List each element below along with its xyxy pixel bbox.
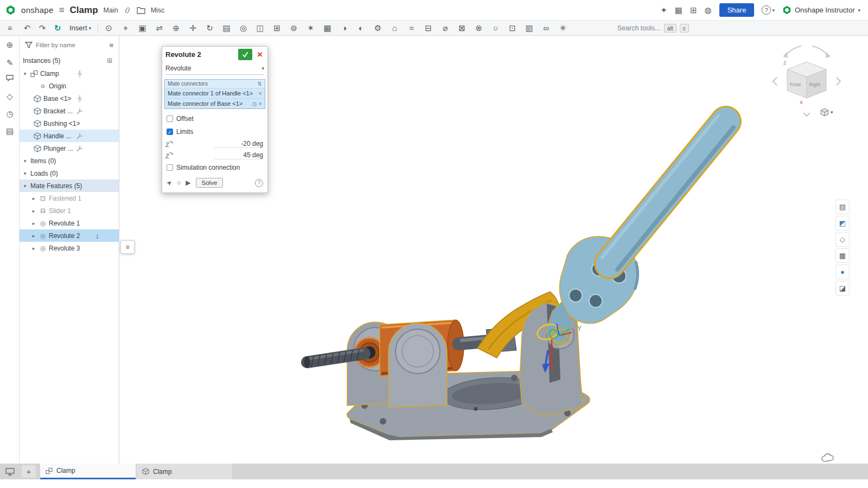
update-sync-icon[interactable]: ↻ <box>50 23 65 33</box>
feature-list-toggle-icon[interactable]: ≡ <box>0 24 20 33</box>
viewcube-front-face[interactable]: Front <box>790 82 801 87</box>
help-menu[interactable]: ? ▾ <box>762 5 775 15</box>
mate-relation-icon[interactable]: ⇌ <box>151 23 168 33</box>
tree-section-loads[interactable]: ▾ Loads (0) <box>20 167 119 179</box>
limit-max-input[interactable] <box>214 151 263 159</box>
simulation-checkbox[interactable] <box>167 164 173 171</box>
tree-item-clamp[interactable]: ▾ Clamp <box>20 67 119 80</box>
preview-loop-icon[interactable]: ○ <box>177 179 181 187</box>
view-options-button[interactable]: ▾ <box>820 108 833 117</box>
insert-button[interactable]: Insert ▾ <box>65 24 95 32</box>
chevron-right-icon[interactable]: ▸ <box>30 233 37 239</box>
parts-appearance-icon[interactable]: ◩ <box>835 216 850 230</box>
simulation-option[interactable]: Simulation connection <box>162 161 267 174</box>
reference-manager-icon[interactable]: ▦ <box>675 5 682 15</box>
insert-tool-icon[interactable]: ⊕ <box>0 40 20 50</box>
mass-properties-icon[interactable]: ⊠ <box>454 23 470 33</box>
tree-item-base[interactable]: Base <1> <box>20 92 119 105</box>
cancel-button[interactable]: × <box>256 50 264 59</box>
chevron-down-icon[interactable]: ▾ <box>22 71 28 76</box>
document-title[interactable]: Clamp <box>70 5 98 16</box>
filter-icon[interactable] <box>25 41 33 49</box>
material-sphere-icon[interactable]: ● <box>835 265 850 279</box>
pin-icon[interactable]: ➤ <box>165 178 174 187</box>
display-options-icon[interactable]: ◇ <box>835 232 850 247</box>
render-settings-icon[interactable]: ◪ <box>835 281 850 296</box>
chevron-down-icon[interactable]: ▾ <box>22 183 28 189</box>
main-menu-icon[interactable]: ≡ <box>59 5 65 16</box>
filter-input[interactable] <box>36 42 106 48</box>
selection-list-button[interactable]: ≡ <box>120 240 135 254</box>
undo-button[interactable]: ↶ <box>20 23 35 33</box>
chevron-down-icon[interactable]: ▾ <box>22 171 28 176</box>
remove-icon[interactable]: × <box>257 90 262 97</box>
measure-icon[interactable]: ⌀ <box>437 23 454 33</box>
animate-play-icon[interactable]: ▶ <box>186 179 190 187</box>
configurations-icon[interactable]: ⚙ <box>369 23 386 33</box>
onshape-logo-icon[interactable] <box>5 5 16 15</box>
handle-part[interactable] <box>546 115 733 348</box>
limit-min-input[interactable] <box>214 140 263 148</box>
tab-assembly-clamp[interactable]: Clamp <box>40 464 136 479</box>
tree-view-options-icon[interactable]: ≡ <box>109 41 113 49</box>
simulation-icon[interactable]: ≈ <box>403 23 420 33</box>
named-positions-icon[interactable]: ⌂ <box>386 23 403 33</box>
group-icon[interactable]: ▣ <box>134 23 151 33</box>
interference-icon[interactable]: ⊗ <box>470 23 487 33</box>
comments-icon[interactable] <box>0 74 20 84</box>
reorder-icon[interactable]: ⇅ <box>258 81 262 87</box>
tree-item-origin[interactable]: Origin <box>20 80 119 92</box>
move-part-icon[interactable]: ✛ <box>184 23 201 33</box>
analysis-panel-icon[interactable]: ▤ <box>835 200 850 214</box>
folder-name[interactable]: Misc <box>151 7 165 14</box>
replicate-icon[interactable]: ⊚ <box>285 23 302 33</box>
offset-option[interactable]: Offset <box>162 112 267 125</box>
ai-advisor-icon[interactable]: ✦ <box>660 5 667 15</box>
chevron-down-icon[interactable]: ▾ <box>22 158 28 164</box>
share-link-icon[interactable] <box>124 7 131 14</box>
hole-icon[interactable]: ○ <box>487 23 504 33</box>
confirm-button[interactable] <box>238 49 252 60</box>
onshape-wordmark[interactable]: onshape <box>21 5 54 15</box>
tree-item-fastened-1[interactable]: ▸ ⊡ Fastened 1 <box>20 192 119 204</box>
rotate-left-arrow[interactable] <box>773 78 777 85</box>
tree-item-revolute-1[interactable]: ▸ ◎ Revolute 1 <box>20 217 119 229</box>
tree-item-bushing[interactable]: Bushing <1> <box>20 117 119 130</box>
bushing-part[interactable] <box>347 320 464 408</box>
chevron-right-icon[interactable]: ▸ <box>30 208 37 214</box>
rotate-part-icon[interactable]: ↻ <box>201 23 218 33</box>
tree-item-bracket[interactable]: Bracket ... <box>20 105 119 117</box>
mirror-icon[interactable]: ◫ <box>252 23 269 33</box>
rotate-ccw-arrow[interactable] <box>785 46 801 56</box>
dialog-title-bar[interactable]: Revolute 2 × <box>162 47 267 62</box>
circular-pattern-icon[interactable]: ◎ <box>235 23 252 33</box>
bom-icon[interactable]: ▦ <box>319 23 336 33</box>
history-icon[interactable]: ◷ <box>0 109 20 119</box>
tab-part-studio-clamp[interactable]: Clamp <box>137 464 232 479</box>
mate-icon[interactable]: ⊙ <box>100 23 117 33</box>
section-view-icon[interactable]: ⊟ <box>420 23 437 33</box>
account-menu[interactable]: Onshape Instructor ▾ <box>782 5 860 15</box>
insert-part-icon[interactable]: ⊞ <box>269 23 285 33</box>
instance-configuration-icon[interactable]: ⊞ <box>107 57 112 65</box>
tree-item-handle[interactable]: Handle ... <box>20 130 119 142</box>
learning-center-icon[interactable]: ◍ <box>705 5 712 15</box>
chevron-right-icon[interactable]: ▸ <box>30 221 37 226</box>
workspace-name[interactable]: Main <box>104 7 118 14</box>
remove-icon[interactable]: × <box>257 100 262 107</box>
search-tools[interactable]: Search tools... alt c <box>617 24 689 33</box>
chevron-right-icon[interactable]: ▸ <box>30 196 37 201</box>
help-icon[interactable]: ? <box>762 5 771 15</box>
viewcube-right-face[interactable]: Right <box>809 82 820 87</box>
fastener-icon[interactable]: ⊡ <box>504 23 521 33</box>
rotate-cw-arrow[interactable] <box>812 46 828 56</box>
tree-section-items[interactable]: ▾ Items (0) <box>20 155 119 167</box>
tree-item-slider-1[interactable]: ▸ ⊟ Slider 1 <box>20 204 119 217</box>
dialog-help-icon[interactable]: ? <box>255 179 263 187</box>
explode-icon[interactable]: ✶ <box>302 23 319 33</box>
mate-connector-icon[interactable]: ⌖ <box>117 23 134 33</box>
properties-icon[interactable]: ▤ <box>0 126 20 136</box>
view-cube[interactable]: Front Right Z X <box>773 46 840 116</box>
mate-type-select[interactable]: Revolute ▾ <box>165 62 264 75</box>
redo-button[interactable]: ↷ <box>35 23 50 33</box>
